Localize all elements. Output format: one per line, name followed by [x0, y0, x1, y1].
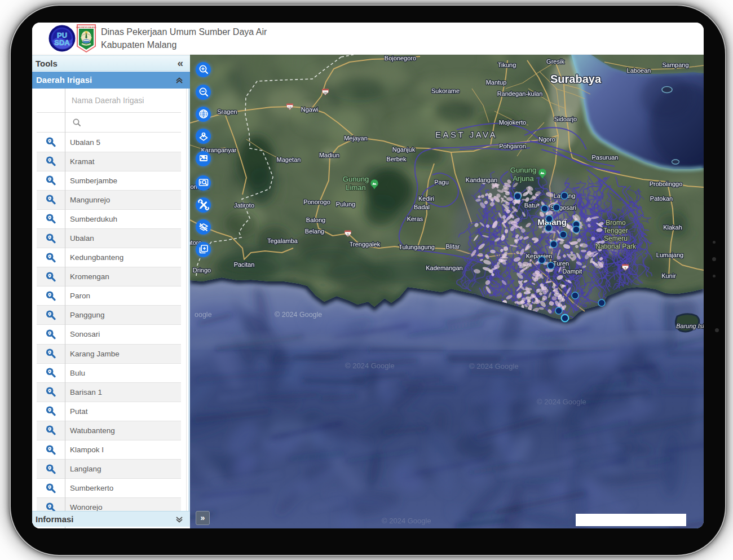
svg-text:Randegan-kulan: Randegan-kulan [497, 90, 543, 97]
svg-text:Turen: Turen [553, 260, 569, 267]
svg-text:15: 15 [288, 106, 292, 109]
svg-text:Ngawi: Ngawi [301, 106, 319, 113]
svg-text:Keras: Keras [407, 215, 423, 222]
svg-text:© 2024 Google: © 2024 Google [537, 398, 586, 406]
svg-text:Ponorogo: Ponorogo [303, 199, 330, 205]
svg-text:Blitar: Blitar [445, 243, 460, 250]
svg-text:Lumajang: Lumajang [656, 252, 683, 258]
svg-text:Bojonegoro: Bojonegoro [385, 55, 416, 61]
svg-text:Tegalamba: Tegalamba [267, 237, 298, 244]
svg-text:oogle: oogle [195, 311, 212, 319]
svg-text:Tengger: Tengger [603, 227, 628, 235]
svg-text:Belang: Belang [305, 228, 324, 235]
svg-text:Kandangan: Kandangan [466, 177, 497, 183]
svg-text:© 2024 Google: © 2024 Google [345, 361, 395, 370]
svg-text:Nganjuk: Nganjuk [392, 146, 416, 153]
svg-text:Sukorame: Sukorame [431, 87, 460, 94]
svg-text:Pulung: Pulung [336, 201, 355, 208]
svg-text:Gunung: Gunung [510, 166, 536, 174]
svg-text:SDA: SDA [54, 38, 70, 47]
svg-text:Tikung: Tikung [498, 61, 516, 68]
svg-text:Jatiroto: Jatiroto [234, 202, 254, 209]
svg-text:Trenggalek: Trenggalek [350, 241, 381, 248]
svg-text:Sragen: Sragen [217, 108, 237, 115]
svg-text:KABUPATEN MALANG: KABUPATEN MALANG [76, 27, 96, 29]
svg-text:Barung Isl: Barung Isl [676, 323, 704, 329]
svg-text:Balong: Balong [306, 217, 325, 223]
svg-text:Mojokerto: Mojokerto [499, 119, 526, 126]
svg-text:Batu: Batu [524, 202, 537, 209]
svg-text:EAST JAVA: EAST JAVA [435, 130, 497, 139]
svg-text:Gresik: Gresik [546, 58, 564, 65]
svg-text:Mantup: Mantup [486, 79, 507, 86]
svg-text:Patokan: Patokan [650, 195, 673, 202]
svg-text:Magetan: Magetan [277, 156, 301, 163]
svg-text:Surabaya: Surabaya [550, 73, 602, 85]
svg-text:20: 20 [324, 91, 328, 95]
svg-text:Pacitan: Pacitan [234, 261, 255, 268]
svg-text:Laboean: Laboean [627, 67, 651, 74]
svg-text:Pohgaron: Pohgaron [499, 143, 526, 149]
svg-text:Bromo: Bromo [606, 219, 626, 227]
svg-text:Dringo: Dringo [193, 267, 211, 274]
svg-text:Mejayan: Mejayan [344, 135, 368, 142]
svg-text:Ngoro: Ngoro [538, 136, 555, 143]
svg-text:Dampit: Dampit [563, 268, 582, 275]
svg-text:© 2024 Google: © 2024 Google [469, 362, 519, 371]
svg-text:Liman: Liman [346, 183, 365, 192]
svg-text:Sampang: Sampang [662, 61, 688, 68]
svg-text:Klakah: Klakah [663, 224, 682, 231]
svg-text:Berbek: Berbek [387, 156, 407, 162]
svg-text:Kademangan: Kademangan [426, 264, 462, 271]
svg-text:Badal: Badal [414, 204, 430, 210]
svg-text:Kediri: Kediri [418, 195, 434, 202]
svg-text:Pasuruan: Pasuruan [591, 154, 618, 161]
svg-text:Kunir: Kunir [661, 272, 676, 279]
svg-text:Gunung: Gunung [343, 175, 369, 183]
svg-text:Arjuna: Arjuna [513, 174, 534, 183]
svg-text:Semeru: Semeru [604, 235, 628, 242]
svg-text:Probolinggo: Probolinggo [650, 180, 683, 187]
svg-text:Tulungagung: Tulungagung [399, 244, 435, 250]
svg-text:Sidoarjo: Sidoarjo [554, 116, 577, 122]
svg-text:© 2024 Google: © 2024 Google [275, 311, 322, 319]
svg-text:National Park: National Park [595, 242, 637, 250]
svg-text:Pagu: Pagu [434, 179, 449, 186]
svg-text:© 2024 Google: © 2024 Google [382, 517, 431, 525]
svg-text:Madiun: Madiun [319, 152, 339, 158]
